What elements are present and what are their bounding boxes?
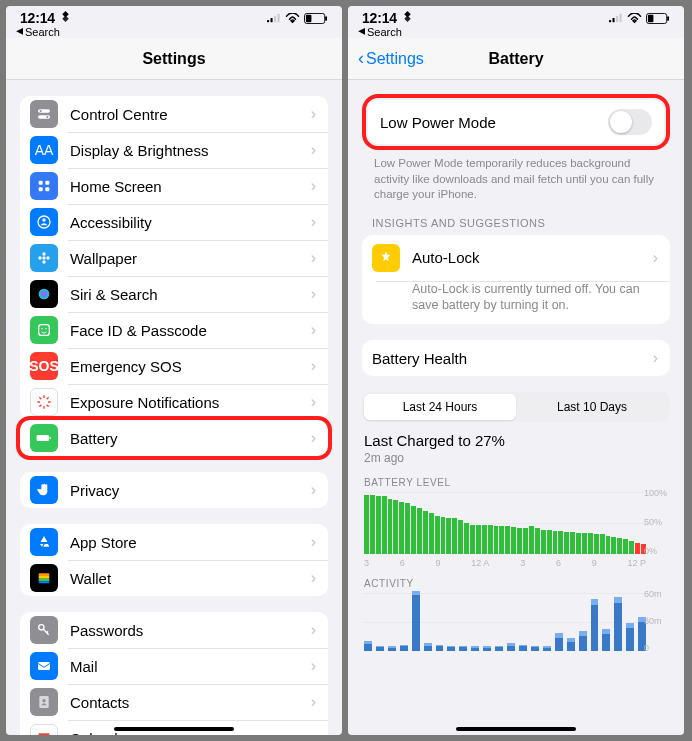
exposure-label: Exposure Notifications [70,394,311,411]
time-range-segmented[interactable]: Last 24 Hours Last 10 Days [362,392,670,422]
svg-point-22 [39,289,50,300]
low-power-footnote: Low Power Mode temporarily reduces backg… [348,150,684,203]
back-button[interactable]: ‹Settings [358,48,424,69]
low-power-mode-label: Low Power Mode [380,114,608,131]
svg-rect-48 [609,20,611,22]
wallpaper-label: Wallpaper [70,250,311,267]
settings-siri-search[interactable]: Siri & Search › [20,276,328,312]
chevron-right-icon: › [311,357,316,375]
home-indicator[interactable] [114,727,234,731]
svg-rect-36 [50,437,51,439]
mail-label: Mail [70,658,311,675]
settings-wallpaper[interactable]: Wallpaper › [20,240,328,276]
svg-point-15 [38,216,50,228]
svg-rect-38 [39,576,50,579]
svg-point-19 [42,260,45,263]
settings-exposure[interactable]: Exposure Notifications › [20,384,328,420]
activity-chart: ACTIVITY 60m30m0 [348,566,684,663]
svg-rect-2 [274,16,276,22]
svg-rect-0 [267,20,269,22]
chevron-right-icon: › [311,249,316,267]
contacts-icon [30,688,58,716]
chevron-right-icon: › [311,141,316,159]
chevron-right-icon: › [311,429,316,447]
svg-point-21 [46,256,49,259]
mail-icon [30,652,58,680]
svg-line-33 [39,405,41,407]
svg-rect-42 [38,662,50,670]
auto-lock-note-row: Auto-Lock is currently turned off. You c… [362,281,670,325]
svg-point-9 [40,110,42,112]
settings-display-brightness[interactable]: AA Display & Brightness › [20,132,328,168]
low-power-mode-toggle[interactable] [608,109,652,135]
status-bar: 12:14 [348,6,684,26]
settings-privacy[interactable]: Privacy › [20,472,328,508]
svg-point-16 [42,218,45,221]
last-charged-sub: 2m ago [364,451,668,465]
battery-highlight: Battery › [16,416,332,460]
low-power-mode-highlight: Low Power Mode [362,94,670,150]
nav-header: Settings [6,38,342,80]
svg-rect-23 [39,325,50,336]
control-centre-icon [30,100,58,128]
control-centre-label: Control Centre [70,106,311,123]
chevron-right-icon: › [311,321,316,339]
back-to-search[interactable]: ▶Search [348,26,684,38]
battery-health-label: Battery Health [372,350,653,367]
seg-last-24-hours[interactable]: Last 24 Hours [364,394,516,420]
page-title: Settings [142,50,205,68]
chevron-right-icon: › [311,693,316,711]
settings-battery[interactable]: Battery › [20,420,328,456]
low-power-mode-row[interactable]: Low Power Mode [368,100,664,144]
settings-passwords[interactable]: Passwords › [20,612,328,648]
accessibility-icon [30,208,58,236]
svg-line-34 [47,397,49,399]
svg-rect-39 [39,579,50,582]
svg-rect-49 [613,18,615,22]
status-indicators [609,13,670,24]
settings-mail[interactable]: Mail › [20,648,328,684]
back-search-label: Search [25,26,60,38]
chevron-right-icon: › [311,285,316,303]
siri-search-icon [30,280,58,308]
settings-control-centre[interactable]: Control Centre › [20,96,328,132]
home-screen-label: Home Screen [70,178,311,195]
svg-rect-46 [39,733,50,735]
chevron-right-icon: › [311,569,316,587]
seg-last-10-days[interactable]: Last 10 Days [516,394,668,420]
settings-wallet[interactable]: Wallet › [20,560,328,596]
wallpaper-icon [30,244,58,272]
settings-app-store[interactable]: App Store › [20,524,328,560]
faceid-label: Face ID & Passcode [70,322,311,339]
svg-point-20 [38,256,41,259]
chevron-right-icon: › [311,533,316,551]
svg-point-17 [42,256,45,259]
settings-home-screen[interactable]: Home Screen › [20,168,328,204]
svg-rect-13 [39,187,43,191]
back-to-search[interactable]: ▶Search [6,26,342,38]
contacts-label: Contacts [70,694,311,711]
settings-faceid[interactable]: Face ID & Passcode › [20,312,328,348]
chevron-right-icon: › [311,393,316,411]
home-screen-icon [30,172,58,200]
svg-point-18 [42,252,45,255]
app-store-icon [30,528,58,556]
auto-lock-row[interactable]: Auto-Lock › [362,235,670,281]
battery-icon [30,424,58,452]
page-title: Battery [488,50,543,68]
settings-accessibility[interactable]: Accessibility › [20,204,328,240]
svg-line-32 [47,405,49,407]
insights-header: INSIGHTS AND SUGGESTIONS [348,203,684,233]
home-indicator[interactable] [456,727,576,731]
settings-contacts[interactable]: Contacts › [20,684,328,720]
battery-health-row[interactable]: Battery Health › [362,340,670,376]
battery-label: Battery [70,430,311,447]
battery-level-chart: BATTERY LEVEL 100%50%0% 36912 A36912 P [348,465,684,566]
chevron-right-icon: › [311,621,316,639]
svg-rect-40 [39,581,50,583]
settings-emergency-sos[interactable]: SOS Emergency SOS › [20,348,328,384]
svg-point-26 [41,399,48,406]
status-time: 12:14 [20,10,55,26]
battery-screen: 12:14 ▶Search ‹Settings Battery Low Powe… [348,6,684,735]
shortcuts-icon [59,10,72,26]
